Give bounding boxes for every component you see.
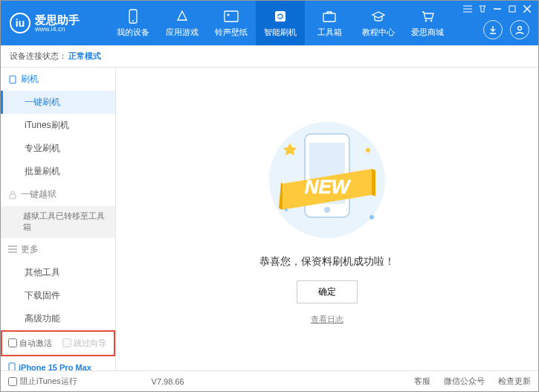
close-icon[interactable] xyxy=(522,4,532,14)
check-skip-input[interactable] xyxy=(62,338,71,347)
svg-point-27 xyxy=(366,148,370,152)
cart-icon xyxy=(419,8,436,25)
svg-rect-12 xyxy=(509,6,515,12)
svg-rect-17 xyxy=(10,194,16,199)
device-name[interactable]: iPhone 15 Pro Max xyxy=(8,362,108,370)
nav-label: 工具箱 xyxy=(317,27,342,38)
main-content: NEW 恭喜您，保资料刷机成功啦！ 确定 查看日志 xyxy=(116,68,538,370)
title-bar: iu 爱思助手 www.i4.cn 我的设备 应用游戏 铃声壁纸 智能刷机 xyxy=(1,1,538,45)
check-auto-activate[interactable]: 自动激活 xyxy=(8,338,52,349)
svg-point-25 xyxy=(324,207,330,213)
sidebar-item-pro-flash[interactable]: 专业刷机 xyxy=(1,137,115,160)
app-title: 爱思助手 xyxy=(35,14,80,25)
svg-rect-16 xyxy=(10,76,16,83)
svg-rect-2 xyxy=(225,11,238,22)
sidebar-group-flash[interactable]: 刷机 xyxy=(1,68,115,91)
view-log-link[interactable]: 查看日志 xyxy=(311,314,343,325)
nav-label: 我的设备 xyxy=(117,27,149,38)
lock-icon xyxy=(8,190,17,199)
logo: iu 爱思助手 www.i4.cn xyxy=(1,13,109,33)
group-label: 刷机 xyxy=(21,73,39,86)
sidebar-item-batch-flash[interactable]: 批量刷机 xyxy=(1,160,115,183)
graduation-icon xyxy=(370,8,387,25)
status-mode: 正常模式 xyxy=(68,51,101,62)
sidebar-item-advanced[interactable]: 高级功能 xyxy=(1,307,115,330)
phone-icon xyxy=(8,362,16,370)
ok-button[interactable]: 确定 xyxy=(297,280,358,303)
footer-link-support[interactable]: 客服 xyxy=(414,376,430,387)
svg-point-1 xyxy=(132,20,134,22)
skin-icon[interactable] xyxy=(477,4,488,14)
nav-tutorial[interactable]: 教程中心 xyxy=(354,1,403,45)
sidebar-item-itunes-flash[interactable]: iTunes刷机 xyxy=(1,114,115,137)
svg-point-6 xyxy=(425,20,427,22)
nav-flash[interactable]: 智能刷机 xyxy=(256,1,305,45)
download-button[interactable] xyxy=(483,20,503,39)
svg-point-28 xyxy=(285,208,288,211)
block-itunes-check[interactable]: 阻止iTunes运行 xyxy=(8,376,77,387)
svg-rect-4 xyxy=(275,11,285,22)
check-skip-wizard[interactable]: 跳过向导 xyxy=(62,338,106,349)
sidebar-checkboxes: 自动激活 跳过向导 xyxy=(1,330,115,356)
footer-link-wechat[interactable]: 微信公众号 xyxy=(444,376,485,387)
jailbreak-note: 越狱工具已转移至工具箱 xyxy=(1,206,115,238)
list-icon xyxy=(8,245,17,253)
nav-label: 爱思商城 xyxy=(411,27,444,38)
success-illustration: NEW xyxy=(253,113,401,246)
sidebar-group-jailbreak[interactable]: 一键越狱 xyxy=(1,183,115,206)
menu-icon[interactable] xyxy=(462,4,473,14)
block-itunes-input[interactable] xyxy=(8,377,17,386)
nav-toolbox[interactable]: 工具箱 xyxy=(305,1,354,45)
status-label: 设备连接状态： xyxy=(10,51,67,62)
sidebar-group-more[interactable]: 更多 xyxy=(1,238,115,261)
svg-rect-5 xyxy=(323,13,335,22)
nav-apps[interactable]: 应用游戏 xyxy=(158,1,207,45)
svg-point-3 xyxy=(227,14,230,16)
sidebar-item-other-tools[interactable]: 其他工具 xyxy=(1,261,115,284)
device-info: iPhone 15 Pro Max 512GB iPhone xyxy=(1,358,115,370)
device-icon xyxy=(8,75,17,84)
svg-point-15 xyxy=(518,27,522,30)
nav-my-device[interactable]: 我的设备 xyxy=(109,1,158,45)
phone-icon xyxy=(125,8,141,25)
nav-store[interactable]: 爱思商城 xyxy=(403,1,452,45)
app-subtitle: www.i4.cn xyxy=(35,25,80,33)
image-icon xyxy=(223,8,239,25)
group-label: 更多 xyxy=(21,243,39,256)
nav-label: 铃声壁纸 xyxy=(215,27,248,38)
sidebar: 刷机 一键刷机 iTunes刷机 专业刷机 批量刷机 一键越狱 越狱工具已转移至… xyxy=(1,68,116,370)
user-button[interactable] xyxy=(510,20,529,39)
sidebar-item-download-firmware[interactable]: 下载固件 xyxy=(1,284,115,307)
nav-label: 智能刷机 xyxy=(264,27,297,38)
svg-point-7 xyxy=(430,20,433,22)
logo-icon: iu xyxy=(10,13,30,33)
svg-point-29 xyxy=(369,215,374,219)
group-label: 一键越狱 xyxy=(21,188,57,201)
success-message: 恭喜您，保资料刷机成功啦！ xyxy=(259,255,395,269)
toolbox-icon xyxy=(321,8,338,25)
status-bar: 设备连接状态： 正常模式 xyxy=(1,45,538,68)
nav-label: 应用游戏 xyxy=(166,27,199,38)
main-nav: 我的设备 应用游戏 铃声壁纸 智能刷机 工具箱 教程中心 xyxy=(109,1,452,45)
svg-text:NEW: NEW xyxy=(305,176,352,198)
svg-rect-21 xyxy=(9,363,15,370)
minimize-icon[interactable] xyxy=(492,4,503,14)
version-label: V7.98.66 xyxy=(152,377,184,386)
check-auto-input[interactable] xyxy=(8,338,17,347)
window-controls xyxy=(462,4,532,14)
footer-link-update[interactable]: 检查更新 xyxy=(498,376,531,387)
maximize-icon[interactable] xyxy=(507,4,517,14)
app-icon xyxy=(174,8,190,25)
footer: 阻止iTunes运行 V7.98.66 客服 微信公众号 检查更新 xyxy=(1,370,538,391)
refresh-icon xyxy=(272,8,288,25)
nav-label: 教程中心 xyxy=(362,27,395,38)
sidebar-item-onekey-flash[interactable]: 一键刷机 xyxy=(1,91,115,114)
nav-ringtones[interactable]: 铃声壁纸 xyxy=(207,1,256,45)
